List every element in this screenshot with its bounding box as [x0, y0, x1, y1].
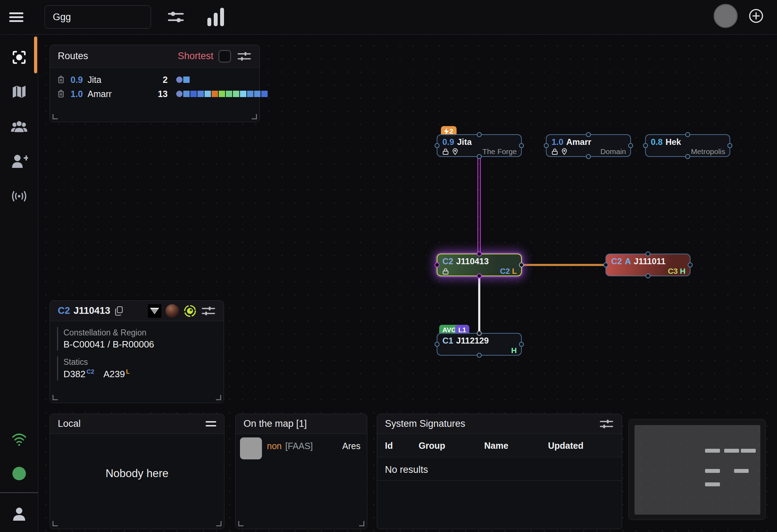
shattered-tag: A [625, 256, 631, 266]
route-mode-checkbox[interactable] [218, 50, 231, 63]
signatures-header[interactable]: System Signatures [377, 414, 622, 434]
node-handle[interactable] [603, 262, 608, 267]
routes-settings-icon[interactable] [237, 49, 252, 64]
node-handle[interactable] [435, 143, 440, 148]
effect-scan-icon[interactable] [183, 304, 197, 318]
connection-j110413-j111011[interactable] [521, 264, 606, 266]
route-row-amarr[interactable]: 1.0 Amarr 13 [50, 87, 259, 101]
local-menu-icon[interactable] [206, 419, 216, 429]
local-panel: Local Nobody here [50, 414, 224, 529]
system-settings-icon[interactable] [201, 304, 216, 318]
delete-route-icon[interactable] [57, 90, 65, 98]
node-handle[interactable] [645, 251, 650, 256]
static-code: D382 [63, 369, 85, 379]
system-name: J110413 [74, 305, 111, 316]
static-range: H [680, 267, 686, 276]
local-panel-header[interactable]: Local [50, 414, 224, 434]
system-name: J112129 [456, 336, 489, 346]
map-node-j111011[interactable]: C2 A J111011 C3 H [605, 254, 691, 276]
pilot-corp-ticker: [FAAS] [285, 441, 313, 451]
menu-icon[interactable] [9, 10, 25, 24]
resize-handle[interactable] [238, 521, 244, 526]
node-handle[interactable] [477, 331, 482, 336]
route-destination: Amarr [88, 89, 112, 99]
column-updated[interactable]: Updated [548, 440, 583, 451]
node-handle[interactable] [544, 143, 549, 148]
map-node-j110413-selected[interactable]: C2 J110413 C2 L [437, 254, 522, 276]
node-handle[interactable] [645, 273, 650, 278]
add-map-icon[interactable] [748, 8, 764, 24]
node-handle[interactable] [628, 143, 633, 148]
route-row-jita[interactable]: 0.9 Jita 2 [50, 73, 259, 87]
node-handle[interactable] [643, 143, 648, 148]
node-handle[interactable] [519, 262, 524, 267]
route-mode-toggle[interactable]: Shortest [178, 51, 213, 62]
map-icon[interactable] [0, 83, 38, 100]
node-handle[interactable] [519, 342, 524, 347]
node-handle[interactable] [477, 353, 482, 358]
on-the-map-header[interactable]: On the map [1] [236, 414, 367, 434]
column-id[interactable]: Id [385, 440, 393, 451]
user-avatar[interactable] [714, 4, 738, 28]
pilot-row[interactable]: non [FAAS] Ares [236, 434, 367, 459]
connection-status-icon [0, 431, 38, 446]
security-status: 0.8 [651, 137, 663, 147]
node-handle[interactable] [586, 154, 591, 159]
node-handle[interactable] [685, 132, 690, 137]
broadcast-icon[interactable] [0, 188, 38, 205]
profile-icon[interactable] [0, 506, 38, 523]
node-handle[interactable] [477, 132, 482, 137]
node-handle[interactable] [477, 154, 482, 159]
node-handle[interactable] [586, 132, 591, 137]
node-handle[interactable] [477, 251, 482, 256]
delete-route-icon[interactable] [57, 75, 65, 84]
column-group[interactable]: Group [419, 440, 445, 451]
copy-icon[interactable] [114, 306, 124, 316]
topbar: Ggg [0, 0, 777, 35]
minimap[interactable] [628, 419, 766, 520]
route-jump-dots [176, 77, 190, 83]
resize-handle[interactable] [52, 521, 58, 526]
minimap-node-bar [705, 482, 720, 486]
characters-icon[interactable] [0, 118, 38, 135]
route-jump-square [190, 91, 197, 97]
column-name[interactable]: Name [484, 440, 508, 451]
signatures-settings-icon[interactable] [599, 417, 614, 431]
system-thumbnail[interactable] [166, 304, 179, 318]
map-node-jita[interactable]: 0.9 Jita The Forge [437, 134, 522, 157]
resize-handle[interactable] [252, 114, 257, 119]
activity-chart-icon[interactable] [207, 8, 224, 26]
region-name: Domain [600, 147, 626, 156]
route-jump-count: 2 [149, 75, 168, 85]
region-name: Metropolis [691, 147, 725, 156]
local-title: Local [58, 418, 81, 429]
node-handle[interactable] [685, 154, 690, 159]
routes-panel-header[interactable]: Routes Shortest [50, 45, 259, 68]
wormhole-class: C2 [611, 256, 622, 266]
resize-handle[interactable] [52, 114, 58, 119]
system-name: Amarr [566, 137, 591, 147]
tracking-focus-icon[interactable] [0, 49, 38, 66]
node-handle[interactable] [477, 273, 482, 278]
node-handle[interactable] [435, 342, 440, 347]
minimap-viewport[interactable] [635, 425, 760, 515]
node-handle[interactable] [435, 262, 440, 267]
add-character-icon[interactable] [0, 153, 38, 170]
node-handle[interactable] [519, 143, 524, 148]
resize-handle[interactable] [216, 521, 222, 526]
resize-handle[interactable] [359, 521, 364, 526]
map-filters-icon[interactable] [167, 8, 185, 26]
map-name: Ggg [53, 12, 71, 23]
map-select-input[interactable]: Ggg [45, 5, 151, 29]
resize-handle[interactable] [216, 395, 221, 400]
node-handle[interactable] [727, 143, 732, 148]
map-node-hek[interactable]: 0.8 Hek Metropolis [645, 134, 730, 157]
resize-handle[interactable] [52, 395, 58, 400]
node-handle[interactable] [688, 262, 693, 267]
map-node-j112129[interactable]: C1 J112129 H [437, 333, 522, 356]
system-info-header[interactable]: C2 J110413 [50, 301, 224, 321]
alliance-logo[interactable] [148, 304, 161, 318]
connection-j110413-j112129[interactable] [478, 276, 480, 333]
connection-jita-j110413[interactable] [477, 157, 481, 254]
map-node-amarr[interactable]: 1.0 Amarr Domain [546, 134, 631, 157]
